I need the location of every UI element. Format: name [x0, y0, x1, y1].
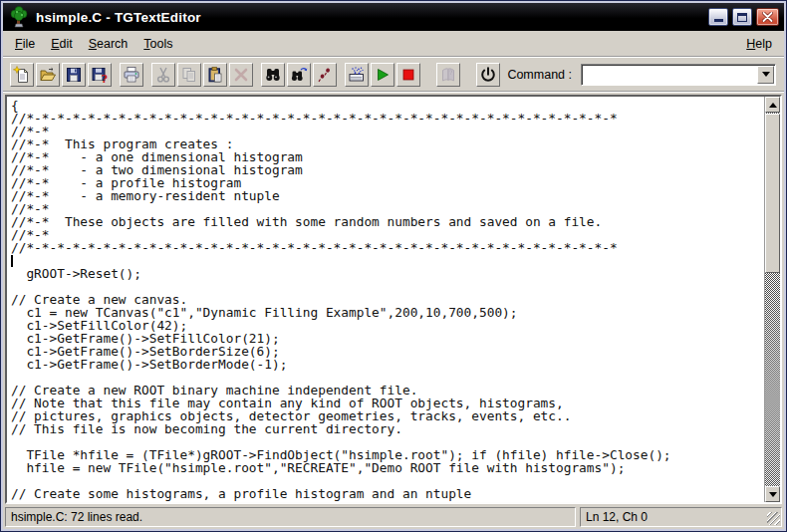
menu-tools[interactable]: Tools: [135, 34, 180, 54]
compile-macro-button[interactable]: [345, 63, 369, 87]
command-input[interactable]: [584, 67, 756, 83]
minimize-button[interactable]: [708, 8, 728, 26]
cut-button[interactable]: [151, 63, 175, 87]
chevron-down-icon: [762, 72, 770, 77]
copy-button[interactable]: [177, 63, 201, 87]
save-as-button[interactable]: ?: [88, 63, 112, 87]
menu-file[interactable]: File: [7, 34, 43, 54]
chevron-down-icon: [769, 492, 777, 497]
open-file-button[interactable]: [36, 63, 60, 87]
maximize-icon: [737, 13, 747, 22]
close-icon: [762, 12, 773, 22]
code-line: c1->GetFrame()->SetBorderMode(-1);: [11, 358, 764, 371]
toolbar: ?: [3, 58, 784, 91]
window-title: hsimple.C - TGTextEditor: [36, 10, 704, 25]
quit-button[interactable]: [476, 63, 500, 87]
code-text[interactable]: {//*-*-*-*-*-*-*-*-*-*-*-*-*-*-*-*-*-*-*…: [7, 97, 764, 502]
scroll-down-button[interactable]: [765, 486, 780, 502]
window: hsimple.C - TGTextEditor File Edit Searc…: [0, 0, 787, 532]
menu-help[interactable]: Help: [738, 34, 780, 54]
paste-button[interactable]: [203, 63, 227, 87]
interrupt-button[interactable]: [396, 63, 420, 87]
root-tree-icon: [8, 6, 30, 28]
find-again-button[interactable]: [287, 63, 311, 87]
code-line: gROOT->Reset();: [11, 267, 764, 280]
save-file-icon: [65, 66, 83, 84]
command-dropdown-button[interactable]: [757, 66, 774, 84]
delete-button[interactable]: [229, 63, 253, 87]
statusbar: hsimple.C: 72 lines read. Ln 12, Ch 0: [3, 504, 784, 529]
status-message: hsimple.C: 72 lines read.: [5, 507, 576, 527]
code-line: //*-* These objects are filled with some…: [11, 215, 764, 228]
command-combobox: [581, 64, 776, 86]
chevron-up-icon: [769, 103, 777, 108]
interrupt-icon: [399, 66, 417, 84]
new-file-button[interactable]: [10, 63, 34, 87]
cursor-position-status: Ln 12, Ch 0: [580, 507, 782, 527]
resize-grip[interactable]: [767, 512, 780, 525]
save-as-icon: ?: [91, 66, 109, 84]
svg-text:?: ?: [102, 72, 108, 84]
cursor-position-text: Ln 12, Ch 0: [586, 510, 648, 524]
new-file-icon: [13, 66, 31, 84]
find-again-icon: [290, 66, 308, 84]
save-macro-button[interactable]: ?: [436, 63, 460, 87]
code-line: hpx = new TH1F("hpx","This is the px dis…: [11, 500, 764, 502]
code-line: hfile = new TFile("hsimple.root","RECREA…: [11, 461, 764, 474]
save-file-button[interactable]: [62, 63, 86, 87]
scroll-up-button[interactable]: [765, 97, 780, 113]
paste-icon: [206, 66, 224, 84]
cut-icon: [154, 66, 172, 84]
minimize-icon: [714, 19, 723, 22]
quit-icon: [479, 66, 497, 84]
scrollbar-thumb[interactable]: [765, 114, 780, 273]
menu-edit[interactable]: Edit: [43, 34, 81, 54]
vertical-scrollbar[interactable]: [764, 97, 780, 502]
find-icon: [264, 66, 282, 84]
find-button[interactable]: [261, 63, 285, 87]
code-line: // This file is now becoming the current…: [11, 422, 764, 435]
code-line: //*-* - a memory-resident ntuple: [11, 189, 764, 202]
print-button[interactable]: [120, 63, 143, 87]
text-view[interactable]: {//*-*-*-*-*-*-*-*-*-*-*-*-*-*-*-*-*-*-*…: [5, 95, 782, 504]
compile-macro-icon: [348, 66, 366, 84]
open-file-icon: [39, 66, 57, 84]
editor-area: {//*-*-*-*-*-*-*-*-*-*-*-*-*-*-*-*-*-*-*…: [3, 93, 784, 506]
save-macro-icon: ?: [439, 66, 457, 84]
svg-text:?: ?: [449, 69, 452, 76]
execute-macro-button[interactable]: [371, 63, 394, 87]
command-label: Command :: [507, 68, 572, 82]
copy-icon: [180, 66, 198, 84]
code-line: //*-*-*-*-*-*-*-*-*-*-*-*-*-*-*-*-*-*-*-…: [11, 112, 764, 125]
menu-search[interactable]: Search: [81, 34, 136, 54]
titlebar: hsimple.C - TGTextEditor: [3, 3, 784, 31]
goto-line-button[interactable]: [313, 63, 337, 87]
goto-line-icon: [316, 66, 334, 84]
delete-icon: [232, 66, 250, 84]
print-icon: [123, 66, 140, 84]
menubar: File Edit Search Tools Help: [3, 31, 784, 56]
code-line: //*-*-*-*-*-*-*-*-*-*-*-*-*-*-*-*-*-*-*-…: [11, 241, 764, 254]
execute-macro-icon: [374, 66, 392, 84]
maximize-button[interactable]: [732, 8, 752, 26]
close-button[interactable]: [756, 8, 779, 26]
